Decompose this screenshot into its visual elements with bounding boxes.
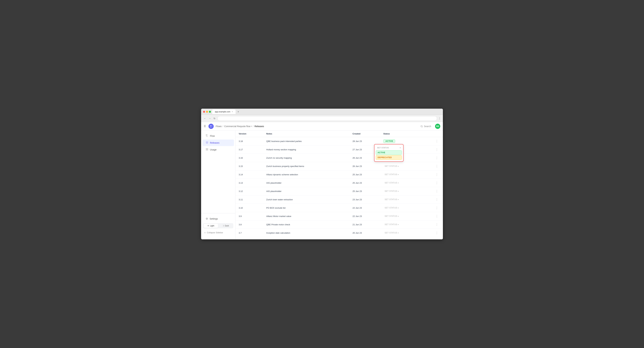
table-row: 3.12AIG placeholder25 Jun 23SET STATUS ▾… bbox=[236, 187, 443, 196]
table-row: 3.9Allianz Motor market value22 Jun 23SE… bbox=[236, 212, 443, 220]
minimize-button[interactable] bbox=[206, 111, 208, 113]
more-actions-button[interactable]: ⋮ bbox=[434, 139, 440, 143]
sidebar-item-releases[interactable]: Releases bbox=[202, 140, 234, 146]
tab-label: app.example.com bbox=[215, 110, 230, 113]
more-actions-button[interactable]: ⋮ bbox=[434, 239, 440, 239]
set-status-button[interactable]: SET STATUS ▾ bbox=[383, 231, 400, 234]
version-cell: 3.9 bbox=[236, 212, 263, 220]
theme-toggle: ☀ Light ☽ Dark bbox=[203, 223, 233, 228]
more-actions-button[interactable]: ⋮ bbox=[434, 147, 440, 152]
search-button[interactable]: Search bbox=[418, 124, 433, 128]
more-actions-button[interactable]: ⋮ bbox=[434, 231, 440, 235]
version-cell: 3.18 bbox=[236, 137, 263, 146]
more-actions-button[interactable]: ⋮ bbox=[434, 164, 440, 168]
sidebar-item-usage[interactable]: Usage bbox=[202, 146, 234, 153]
version-cell: 3.13 bbox=[236, 179, 263, 187]
set-status-button[interactable]: SET STATUS ▾ bbox=[383, 189, 400, 193]
actions-cell: ⋮ bbox=[431, 187, 443, 196]
sidebar-bottom: ⚙ Settings ☀ Light ☽ Dark bbox=[201, 213, 235, 238]
set-status-button[interactable]: SET STATUS ▾ bbox=[383, 214, 400, 218]
table-row: 3.15Zurich business property specified i… bbox=[236, 162, 443, 170]
notes-cell: Zurich business property specified items bbox=[263, 162, 349, 170]
chevron-down-icon: ▾ bbox=[398, 165, 399, 167]
version-cell: 3.10 bbox=[236, 204, 263, 212]
tab-close-icon[interactable]: ✕ bbox=[232, 111, 233, 112]
dropdown-header-label: SET STATUS bbox=[377, 147, 389, 149]
back-button[interactable]: ← bbox=[203, 116, 207, 120]
forward-button[interactable]: → bbox=[208, 116, 212, 120]
more-actions-button[interactable]: ⋮ bbox=[434, 181, 440, 185]
svg-rect-7 bbox=[207, 148, 208, 149]
breadcrumb-releases: Releases bbox=[254, 125, 264, 128]
collapse-icon: « bbox=[204, 231, 206, 234]
chevron-down-icon: ▾ bbox=[398, 174, 399, 176]
version-cell: 3.11 bbox=[236, 196, 263, 204]
breadcrumb-flow-name[interactable]: Commercial Requote flow ▾ bbox=[224, 125, 252, 128]
status-cell: SET STATUS ▾ bbox=[380, 196, 431, 204]
sidebar-item-flow[interactable]: Flow bbox=[202, 133, 234, 139]
theme-dark-button[interactable]: ☽ Dark bbox=[218, 224, 233, 228]
dropdown-option-active[interactable]: ACTIVE bbox=[376, 150, 402, 155]
content-area: Version Notes Created Status 3.18QBE bus… bbox=[236, 130, 443, 239]
set-status-button[interactable]: SET STATUS ▾ bbox=[383, 181, 400, 184]
chevron-down-icon: ▾ bbox=[398, 224, 399, 226]
browser-tab[interactable]: app.example.com ✕ bbox=[212, 110, 236, 114]
breadcrumb-sep-1: / bbox=[223, 125, 223, 128]
actions-cell: ⋮ bbox=[431, 162, 443, 170]
grid-icon[interactable]: ⠿ bbox=[204, 124, 206, 128]
set-status-label: SET STATUS bbox=[384, 173, 397, 176]
set-status-button[interactable]: SET STATUS ▾ bbox=[383, 164, 400, 168]
status-cell: SET STATUS ▾ bbox=[380, 229, 431, 237]
address-bar[interactable] bbox=[218, 116, 437, 121]
reload-button[interactable]: ↻ bbox=[213, 116, 216, 120]
usage-label: Usage bbox=[210, 148, 216, 151]
search-icon bbox=[420, 125, 423, 128]
maximize-button[interactable] bbox=[209, 111, 211, 113]
more-actions-button[interactable]: ⋮ bbox=[434, 222, 440, 226]
settings-icon: ⚙ bbox=[206, 217, 208, 220]
set-status-button[interactable]: SET STATUS ▾ bbox=[383, 223, 400, 226]
notes-cell: PO BOX exclude list bbox=[263, 204, 349, 212]
set-status-button[interactable]: SET STATUS ▾ bbox=[383, 173, 400, 176]
actions-cell: ⋮ bbox=[431, 220, 443, 229]
top-nav: ⠿ Flows / Commercial Requote flow ▾ / Re… bbox=[201, 122, 443, 130]
set-status-button[interactable]: SET STATUS ▾ bbox=[383, 206, 400, 210]
actions-cell: ⋮ bbox=[431, 212, 443, 220]
notes-cell: Zurich no security mapping bbox=[263, 154, 349, 162]
status-badge-active: ACTIVE bbox=[383, 139, 395, 143]
flow-label: Flow bbox=[210, 135, 215, 137]
actions-cell: ⋮ bbox=[431, 154, 443, 162]
version-cell: 3.16 bbox=[236, 154, 263, 162]
more-actions-button[interactable]: ⋮ bbox=[434, 214, 440, 218]
set-status-button[interactable]: SET STATUS ▾ bbox=[383, 198, 400, 201]
chevron-down-icon: ▾ bbox=[398, 232, 399, 234]
user-avatar[interactable]: BB bbox=[435, 124, 440, 129]
notes-cell: AIG placeholder bbox=[263, 179, 349, 187]
svg-point-2 bbox=[210, 126, 211, 127]
actions-cell: ⋮ bbox=[431, 196, 443, 204]
browser-menu-button[interactable]: ⋮ bbox=[438, 117, 441, 120]
table-row: 3.7Inception date calculation20 Jun 23SE… bbox=[236, 229, 443, 237]
table-row: 3.16Zurich no security mapping26 Jun 23S… bbox=[236, 154, 443, 162]
date-cell: 21 Jun 23 bbox=[349, 220, 380, 229]
theme-light-button[interactable]: ☀ Light bbox=[204, 224, 218, 228]
more-actions-button[interactable]: ⋮ bbox=[434, 156, 440, 160]
new-tab-button[interactable]: + bbox=[237, 110, 240, 113]
dropdown-option-deprecated[interactable]: DEPRECATED bbox=[376, 155, 402, 160]
status-cell: SET STATUS ▾ bbox=[380, 237, 431, 240]
breadcrumb-sep-2: / bbox=[253, 125, 254, 128]
date-cell: 26 Jun 23 bbox=[349, 162, 380, 170]
more-actions-button[interactable]: ⋮ bbox=[434, 189, 440, 193]
set-status-label: SET STATUS bbox=[384, 223, 397, 226]
breadcrumb-flows[interactable]: Flows bbox=[216, 125, 222, 128]
more-actions-button[interactable]: ⋮ bbox=[434, 197, 440, 202]
more-actions-button[interactable]: ⋮ bbox=[434, 172, 440, 176]
sidebar-item-settings[interactable]: ⚙ Settings bbox=[202, 216, 234, 222]
table-row: 3.6Vero motor occupation split16 Jun 23S… bbox=[236, 237, 443, 240]
collapse-sidebar-button[interactable]: « Collapse Sidebar bbox=[201, 230, 235, 236]
more-actions-button[interactable]: ⋮ bbox=[434, 206, 440, 210]
date-cell: 20 Jun 23 bbox=[349, 229, 380, 237]
close-button[interactable] bbox=[203, 111, 205, 113]
status-cell: SET STATUS ▾ bbox=[380, 212, 431, 220]
main-area: Flow Releases bbox=[201, 130, 443, 239]
